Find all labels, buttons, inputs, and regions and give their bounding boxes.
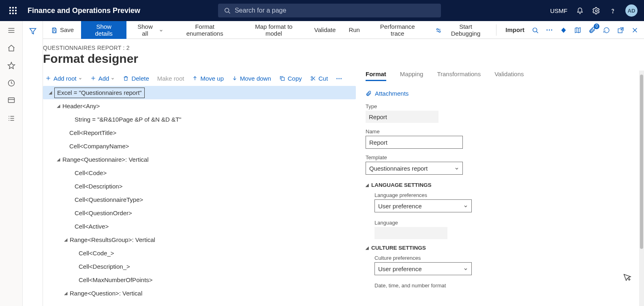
tree-node[interactable]: Cell<Active> (43, 220, 356, 233)
user-avatar[interactable]: AD (625, 4, 638, 17)
validate-button[interactable]: Validate (308, 21, 341, 39)
save-button[interactable]: Save (45, 21, 79, 39)
show-all-button[interactable]: Show all (128, 21, 169, 39)
copy-button[interactable]: Copy (279, 75, 302, 82)
map-format-to-model-button[interactable]: Map format to model (241, 21, 307, 39)
tree-node[interactable]: Cell<QuestionOrder> (43, 206, 356, 220)
page-title: Format designer (43, 52, 644, 66)
run-button[interactable]: Run (343, 21, 366, 39)
name-input[interactable] (366, 136, 463, 149)
app-title: Finance and Operations Preview (28, 6, 140, 15)
svg-line-23 (537, 31, 538, 33)
nav-rail (0, 21, 23, 306)
app-launcher-icon[interactable] (6, 4, 19, 17)
add-button[interactable]: Add (90, 75, 115, 82)
svg-point-22 (533, 28, 537, 32)
tab-validations[interactable]: Validations (494, 71, 524, 81)
search-input[interactable] (235, 7, 435, 14)
expander-icon[interactable]: ◢ (62, 291, 70, 296)
culture-settings-header[interactable]: ◢ CULTURE SETTINGS (366, 245, 636, 251)
find-icon[interactable] (532, 26, 539, 34)
tree-node[interactable]: Cell<Description_> (43, 260, 356, 273)
hamburger-icon[interactable] (6, 26, 17, 34)
filter-icon[interactable] (29, 27, 37, 306)
svg-marker-24 (561, 28, 566, 33)
expander-icon[interactable]: ◢ (46, 90, 54, 95)
tab-mapping[interactable]: Mapping (400, 71, 424, 81)
tree-node[interactable]: String = "&R&10Page &P of &N &D &T" (43, 113, 356, 126)
template-select[interactable]: Questionnaires report (366, 162, 463, 175)
debug-icon (435, 26, 442, 33)
tree-node-label: Cell<MaxNumberOfPoints> (79, 276, 153, 283)
cut-button[interactable]: Cut (310, 75, 328, 82)
attachments-icon[interactable]: 0 (588, 26, 596, 34)
close-icon[interactable] (631, 26, 638, 34)
tree-node[interactable]: Cell<Description> (43, 180, 356, 193)
tree-node-label: Cell<Active> (75, 223, 109, 230)
tree-more-icon[interactable]: ⋯ (336, 75, 342, 82)
tab-transformations[interactable]: Transformations (437, 71, 481, 81)
tab-format[interactable]: Format (366, 71, 386, 81)
refresh-icon[interactable] (603, 26, 610, 34)
more-options-icon[interactable]: ⋯ (546, 26, 553, 34)
language-preferences-select[interactable]: User preference (374, 199, 472, 212)
attachment-badge: 0 (594, 24, 599, 29)
tree-node[interactable]: ◢ Range<ResultsGroup>: Vertical (43, 233, 356, 246)
diamond-icon[interactable] (560, 26, 567, 34)
workspace-icon[interactable] (6, 96, 17, 105)
chevron-down-icon (454, 165, 459, 171)
tree-node[interactable]: ◢ Header<Any> (43, 99, 356, 113)
format-enumerations-button[interactable]: Format enumerations (171, 21, 239, 39)
popout-icon[interactable] (617, 26, 624, 34)
attachments-link[interactable]: Attachments (366, 90, 636, 97)
tree-node[interactable]: ◢ Range<Questionnaire>: Vertical (43, 153, 356, 166)
help-icon[interactable] (609, 6, 616, 15)
modules-icon[interactable] (6, 113, 17, 122)
tree-node[interactable]: Cell<Code_> (43, 246, 356, 260)
tree-node[interactable]: ◢ Range<Question>: Vertical (43, 287, 356, 297)
language-settings-header[interactable]: ◢ LANGUAGE SETTINGS (366, 182, 636, 188)
action-bar: Save Show details Show all Format enumer… (43, 21, 644, 39)
show-details-button[interactable]: Show details (81, 21, 126, 39)
culture-preferences-select[interactable]: User preference (374, 262, 472, 275)
move-down-button[interactable]: Move down (232, 75, 271, 82)
tree-node[interactable]: Cell<ReportTitle> (43, 126, 356, 139)
delete-button[interactable]: Delete (123, 75, 149, 82)
expander-icon[interactable]: ◢ (54, 157, 62, 162)
show-all-label: Show all (134, 23, 156, 37)
map-icon[interactable] (574, 26, 581, 34)
tree-node-label: Cell<Description> (75, 183, 122, 190)
language-preferences-label: Language preferences (374, 192, 636, 198)
tree-scroll[interactable]: ◢ Excel = "Questionnaires report" ◢ Head… (43, 86, 356, 297)
settings-gear-icon[interactable] (593, 6, 600, 15)
page-scrollbar[interactable] (639, 71, 644, 306)
recent-icon[interactable] (6, 79, 17, 87)
expander-icon[interactable]: ◢ (62, 237, 70, 242)
tree-node[interactable]: Cell<Code> (43, 166, 356, 180)
tree-node[interactable]: Cell<MaxNumberOfPoints> (43, 273, 356, 287)
attachments-label: Attachments (375, 90, 409, 97)
global-search[interactable] (218, 4, 441, 17)
scrollbar-thumb[interactable] (640, 75, 643, 249)
tree-node-root[interactable]: ◢ Excel = "Questionnaires report" (43, 86, 356, 99)
add-root-button[interactable]: Add root (45, 75, 82, 82)
home-icon[interactable] (6, 43, 17, 52)
start-debugging-button[interactable]: Start Debugging (430, 21, 493, 39)
show-details-label: Show details (87, 23, 121, 37)
tree-node[interactable]: Cell<QuestionnaireType> (43, 193, 356, 206)
performance-trace-button[interactable]: Performance trace (367, 21, 428, 39)
move-up-button[interactable]: Move up (192, 75, 224, 82)
import-button[interactable]: Import (500, 21, 530, 39)
expander-icon[interactable]: ◢ (54, 103, 62, 109)
svg-marker-17 (30, 29, 36, 34)
svg-point-3 (612, 12, 613, 13)
chevron-down-icon (111, 75, 115, 81)
tree-node-label: Range<ResultsGroup>: Vertical (70, 236, 155, 243)
template-label: Template (366, 154, 636, 160)
paperclip-icon (366, 90, 372, 96)
tree-node[interactable]: Cell<CompanyName> (43, 139, 356, 153)
notifications-icon[interactable] (576, 6, 584, 15)
company-picker[interactable]: USMF (550, 7, 568, 14)
app-shell: Save Show details Show all Format enumer… (0, 21, 644, 306)
star-icon[interactable] (6, 61, 17, 70)
